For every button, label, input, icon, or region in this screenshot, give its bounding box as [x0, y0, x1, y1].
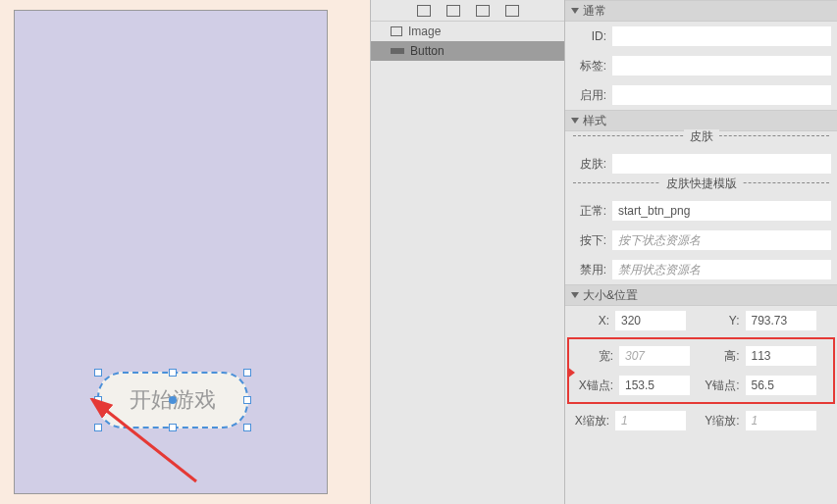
properties-panel: 通常 ID: 标签: 启用: 样式 皮肤 皮肤: 皮肤快捷模版 正常: 按下: … [565, 0, 837, 504]
normal-input[interactable] [612, 201, 831, 221]
hierarchy-item-label: Button [410, 44, 445, 58]
anchor-y-input[interactable] [746, 376, 816, 395]
height-input[interactable] [746, 346, 816, 366]
y-label: Y: [702, 314, 746, 328]
resize-handle[interactable] [94, 396, 102, 404]
collapse-icon [571, 8, 579, 14]
resize-handle[interactable] [94, 424, 102, 431]
skin-label: 皮肤: [571, 156, 612, 173]
anchor-point-icon[interactable] [169, 396, 177, 404]
toolbar-icon[interactable] [476, 5, 490, 17]
resize-handle[interactable] [243, 369, 251, 377]
id-input[interactable] [612, 26, 831, 46]
scale-x-input[interactable] [615, 411, 686, 430]
button-icon [391, 48, 404, 54]
scale-x-label: X缩放: [571, 413, 615, 429]
section-label: 通常 [583, 3, 606, 20]
anchor-y-label: Y锚点: [702, 378, 746, 394]
resize-handle[interactable] [94, 369, 102, 377]
selected-button-element[interactable]: 开始游戏 [97, 372, 248, 428]
width-label: 宽: [575, 348, 619, 365]
anchor-x-label: X锚点: [575, 378, 619, 394]
collapse-icon [571, 118, 579, 124]
skin-template-divider: 皮肤快捷模版 [573, 182, 829, 196]
normal-label: 正常: [571, 203, 612, 220]
disable-input[interactable] [612, 260, 831, 279]
disable-label: 禁用: [571, 262, 612, 278]
press-input[interactable] [612, 230, 831, 250]
toolbar-icon[interactable] [446, 5, 460, 17]
tag-label: 标签: [571, 58, 612, 75]
section-common[interactable]: 通常 [565, 0, 837, 22]
toolbar-icon[interactable] [505, 5, 519, 17]
anchor-x-input[interactable] [619, 376, 690, 395]
hierarchy-item-label: Image [408, 25, 441, 38]
collapse-icon [571, 292, 579, 298]
skin-divider: 皮肤 [573, 135, 829, 149]
height-label: 高: [702, 348, 746, 365]
scale-y-label: Y缩放: [702, 413, 746, 429]
x-input[interactable] [615, 311, 686, 330]
resize-handle[interactable] [169, 369, 177, 377]
scale-y-input[interactable] [746, 411, 816, 430]
id-label: ID: [571, 29, 612, 43]
annotation-triangle-icon [567, 367, 575, 378]
design-canvas-panel: 开始游戏 [0, 0, 370, 504]
toolbar-icon[interactable] [417, 5, 431, 17]
enable-label: 启用: [571, 87, 612, 104]
hierarchy-item-image[interactable]: Image [371, 22, 564, 41]
skin-input[interactable] [612, 154, 831, 174]
resize-handle[interactable] [169, 424, 177, 431]
image-icon [391, 26, 402, 36]
hierarchy-toolbar [371, 0, 564, 22]
canvas-area[interactable]: 开始游戏 [14, 10, 328, 494]
highlighted-region: 宽: 高: X锚点: Y锚点: [567, 337, 835, 404]
section-size-position[interactable]: 大小&位置 [565, 284, 837, 306]
hierarchy-item-button[interactable]: Button [371, 41, 564, 61]
resize-handle[interactable] [243, 424, 251, 431]
section-label: 大小&位置 [583, 287, 638, 304]
press-label: 按下: [571, 232, 612, 249]
section-style[interactable]: 样式 [565, 110, 837, 131]
section-label: 样式 [583, 113, 606, 129]
y-input[interactable] [746, 311, 816, 330]
width-input[interactable] [619, 346, 690, 366]
resize-handle[interactable] [243, 396, 251, 404]
x-label: X: [571, 314, 615, 328]
tag-input[interactable] [612, 56, 831, 76]
enable-input[interactable] [612, 85, 831, 105]
hierarchy-panel: Image Button [370, 0, 565, 504]
